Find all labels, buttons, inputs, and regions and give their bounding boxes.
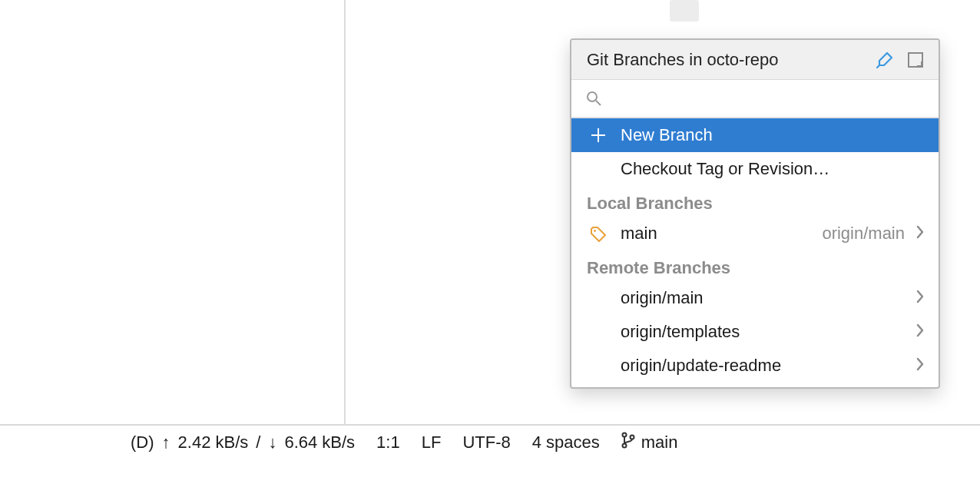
remote-branch-item[interactable]: origin/templates [571,315,939,349]
arrow-up-icon [162,433,171,453]
local-branch-name: main [621,224,657,244]
current-branch-name: main [641,433,678,453]
scrollbar-thumb[interactable] [670,0,699,22]
new-branch-item[interactable]: New Branch [571,118,939,152]
net-prefix: (D) [131,433,154,453]
popup-title: Git Branches in octo-repo [587,50,865,70]
remote-branches-header: Remote Branches [571,250,939,281]
branch-icon [621,432,635,453]
remote-branch-name: origin/main [621,288,704,308]
popup-header: Git Branches in octo-repo [571,40,939,80]
plus-icon [587,128,610,142]
arrow-down-icon [268,433,276,453]
git-branches-popup: Git Branches in octo-repo New Branch Che… [570,38,940,389]
chevron-right-icon [915,322,925,342]
caret-position[interactable]: 1:1 [376,433,400,453]
remote-branch-name: origin/templates [621,322,740,342]
remote-branch-item[interactable]: origin/update-readme [571,349,939,383]
status-bar: (D) 2.42 kB/s / 6.64 kB/s 1:1 LF UTF-8 4… [0,424,980,459]
svg-point-0 [622,433,626,437]
chevron-right-icon [915,224,925,244]
editor-splitter[interactable] [344,0,346,424]
new-branch-label: New Branch [621,125,713,145]
checkout-tag-label: Checkout Tag or Revision… [621,159,829,179]
network-speed[interactable]: (D) 2.42 kB/s / 6.64 kB/s [131,433,355,453]
chevron-right-icon [915,288,925,308]
local-branch-item[interactable]: main origin/main [571,217,939,250]
indent[interactable]: 4 spaces [532,433,600,453]
svg-point-5 [594,230,596,232]
upload-speed: 2.42 kB/s [178,433,249,453]
svg-point-2 [630,436,634,439]
resize-icon[interactable] [905,49,926,71]
git-branch-widget[interactable]: main [621,432,678,453]
download-speed: 6.64 kB/s [284,433,355,453]
svg-rect-3 [909,53,922,67]
pin-icon[interactable] [874,49,896,71]
svg-point-4 [588,92,597,101]
remote-branch-name: origin/update-readme [621,356,781,376]
line-ending[interactable]: LF [422,433,442,453]
tracking-branch: origin/main [822,224,905,244]
remote-branch-item[interactable]: origin/main [571,281,939,315]
search-icon [585,90,602,107]
encoding[interactable]: UTF-8 [462,433,510,453]
popup-search[interactable] [571,80,939,118]
checkout-tag-item[interactable]: Checkout Tag or Revision… [571,152,939,186]
svg-point-1 [622,444,626,448]
local-branches-header: Local Branches [571,186,939,217]
chevron-right-icon [915,356,925,376]
tag-icon [587,225,610,242]
